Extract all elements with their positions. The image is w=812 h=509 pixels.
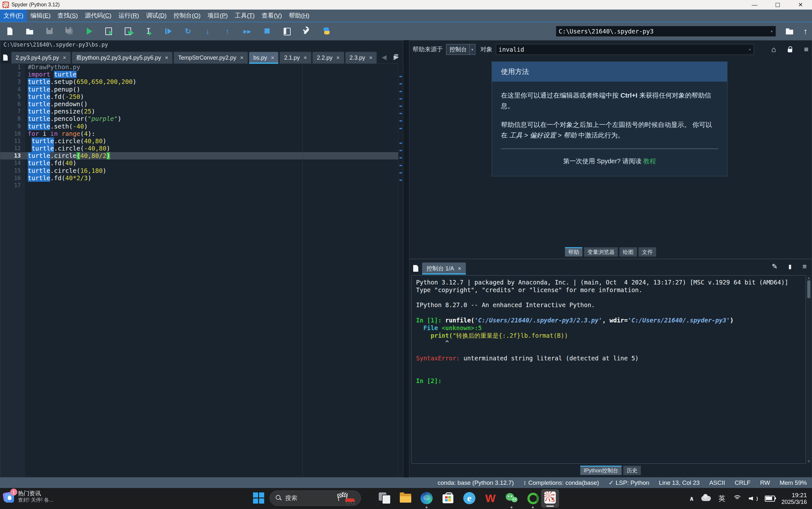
- internet-explorer-icon[interactable]: e: [463, 492, 476, 505]
- wechat-icon[interactable]: [505, 492, 518, 505]
- run-selection-icon[interactable]: I: [143, 26, 154, 36]
- editor-scrollflag-bar[interactable]: [398, 64, 403, 477]
- code-editor[interactable]: 1#DrawPython.py2import turtle3turtle.set…: [0, 64, 403, 477]
- editor-tab[interactable]: 2.1.py×: [280, 52, 312, 64]
- help-pane-tab[interactable]: 文件: [639, 247, 656, 257]
- onedrive-icon[interactable]: [701, 496, 711, 501]
- console-options-menu-icon[interactable]: ≡: [803, 263, 807, 271]
- editor-tab[interactable]: bs.py×: [249, 52, 279, 64]
- home-icon[interactable]: ⌂: [771, 45, 776, 54]
- menu-item-S[interactable]: 查找(S): [54, 9, 82, 22]
- code-line[interactable]: 2import turtle: [0, 71, 403, 78]
- editor-tab[interactable]: 2.2.py×: [312, 52, 344, 64]
- save-all-icon[interactable]: [64, 26, 75, 36]
- close-icon[interactable]: ×: [63, 55, 66, 61]
- code-line[interactable]: 16turtle.fd(40*2/3): [0, 174, 403, 182]
- help-pane-tab[interactable]: 绘图: [619, 247, 637, 257]
- scroll-down-icon[interactable]: ▼: [807, 459, 811, 463]
- code-line[interactable]: 5turtle.fd(-250): [0, 93, 403, 100]
- green-ring-app-icon[interactable]: [526, 492, 539, 505]
- editor-options-menu-icon[interactable]: ≡: [394, 52, 398, 60]
- file-explorer-icon[interactable]: [399, 492, 412, 505]
- minimize-button[interactable]: —: [743, 0, 766, 9]
- start-button[interactable]: [253, 493, 264, 504]
- battery-icon[interactable]: [765, 496, 775, 502]
- help-pane-tab[interactable]: 帮助: [565, 247, 583, 257]
- help-source-combo[interactable]: 控制台 ▾: [446, 44, 476, 55]
- preferences-wrench-icon[interactable]: [301, 26, 312, 36]
- code-line[interactable]: 8turtle.pencolor("purple"): [0, 115, 403, 123]
- menu-item-P[interactable]: 项目(P): [204, 9, 231, 22]
- editor-tab[interactable]: 蔡python.py2.py3.py4.py5.py6.py×: [72, 52, 173, 64]
- python-environment-icon[interactable]: [321, 26, 332, 36]
- menu-item-R[interactable]: 运行(R): [115, 9, 142, 22]
- scrollbar-thumb[interactable]: [807, 280, 810, 298]
- close-icon[interactable]: ×: [271, 55, 274, 61]
- tray-expand-icon[interactable]: ∧: [689, 495, 694, 502]
- step-return-icon[interactable]: ↑: [222, 26, 233, 36]
- run-cell-advance-icon[interactable]: [123, 26, 134, 36]
- close-icon[interactable]: ×: [240, 55, 243, 61]
- code-line[interactable]: 7turtle.pensize(25): [0, 108, 403, 115]
- maximize-pane-icon[interactable]: [282, 26, 292, 36]
- edge-browser-icon[interactable]: [420, 492, 433, 505]
- code-line[interactable]: 12 turtle.circle(-40,80): [0, 145, 403, 152]
- lock-icon[interactable]: [787, 46, 793, 53]
- working-directory-combo[interactable]: C:\Users\21640\.spyder-py3 ▾: [556, 26, 776, 37]
- close-icon[interactable]: ×: [336, 55, 340, 61]
- console-tab[interactable]: 控制台 1/A ×: [422, 263, 466, 275]
- code-line[interactable]: 9turtle.seth(-40): [0, 123, 403, 130]
- editor-tab[interactable]: 2.3.py×: [345, 52, 377, 64]
- vertical-splitter[interactable]: [403, 40, 409, 477]
- help-object-combo[interactable]: invalid ▾: [496, 44, 754, 55]
- debug-file-icon[interactable]: [163, 26, 173, 36]
- editor-new-file-icon[interactable]: [0, 52, 11, 64]
- new-console-icon[interactable]: [409, 262, 422, 275]
- menu-item-O[interactable]: 控制台(O): [170, 9, 204, 22]
- chevron-down-icon[interactable]: ▾: [771, 29, 773, 34]
- menu-item-T[interactable]: 工具(T): [231, 9, 258, 22]
- inspect-icon[interactable]: ✎: [772, 263, 778, 271]
- run-cell-icon[interactable]: [103, 26, 114, 36]
- step-over-icon[interactable]: ↻: [183, 26, 193, 36]
- interrupt-icon[interactable]: ▮: [788, 263, 791, 270]
- menu-item-H[interactable]: 帮助(H): [286, 9, 313, 22]
- menu-item-D[interactable]: 调试(D): [142, 9, 170, 22]
- close-icon[interactable]: ×: [369, 55, 373, 61]
- run-file-icon[interactable]: [84, 26, 94, 36]
- menu-item-V[interactable]: 查看(V): [258, 9, 285, 22]
- taskbar-search[interactable]: 搜索: [270, 490, 361, 506]
- ime-indicator[interactable]: 英: [718, 494, 725, 503]
- menu-item-C[interactable]: 源代码(C): [82, 9, 115, 22]
- maximize-button[interactable]: [766, 0, 789, 9]
- spyder-taskbar-icon[interactable]: S: [541, 489, 559, 508]
- menu-item-E[interactable]: 编辑(E): [27, 9, 54, 22]
- code-line[interactable]: 1#DrawPython.py: [0, 64, 403, 71]
- tutorial-link[interactable]: 教程: [643, 158, 656, 165]
- wps-office-icon[interactable]: W: [484, 492, 497, 505]
- close-icon[interactable]: ×: [165, 55, 168, 61]
- ipython-console-output[interactable]: Python 3.12.7 | packaged by Anaconda, In…: [411, 275, 806, 464]
- console-pane-tab[interactable]: IPython控制台: [580, 466, 622, 475]
- parent-directory-icon[interactable]: ↑: [803, 27, 808, 36]
- code-line[interactable]: 15turtle.circle(16,180): [0, 167, 403, 174]
- code-line[interactable]: 4turtle.penup(): [0, 86, 403, 93]
- open-file-icon[interactable]: [24, 26, 35, 36]
- microsoft-store-icon[interactable]: [442, 492, 454, 505]
- code-line[interactable]: 10for i in range(4):: [0, 130, 403, 137]
- volume-icon[interactable]: [749, 495, 757, 502]
- continue-icon[interactable]: ▸▸: [242, 26, 253, 36]
- scroll-up-icon[interactable]: ▲: [807, 276, 811, 280]
- help-options-menu-icon[interactable]: ≡: [804, 45, 809, 54]
- code-line[interactable]: 14turtle.fd(40): [0, 160, 403, 167]
- task-view-icon[interactable]: [378, 492, 391, 505]
- code-line[interactable]: 3turtle.setup(650,650,200,200): [0, 78, 403, 86]
- browse-directory-icon[interactable]: [784, 26, 795, 36]
- code-line[interactable]: 6turtle.pendown(): [0, 100, 403, 108]
- menu-item-F[interactable]: 文件(F): [0, 9, 27, 22]
- stop-icon[interactable]: [262, 26, 272, 36]
- help-pane-tab[interactable]: 变量浏览器: [584, 247, 618, 257]
- editor-tab[interactable]: 2.py3.py4.py5.py×: [11, 52, 71, 64]
- new-file-icon[interactable]: [4, 26, 15, 36]
- console-scrollbar[interactable]: ▲ ▼: [807, 275, 811, 464]
